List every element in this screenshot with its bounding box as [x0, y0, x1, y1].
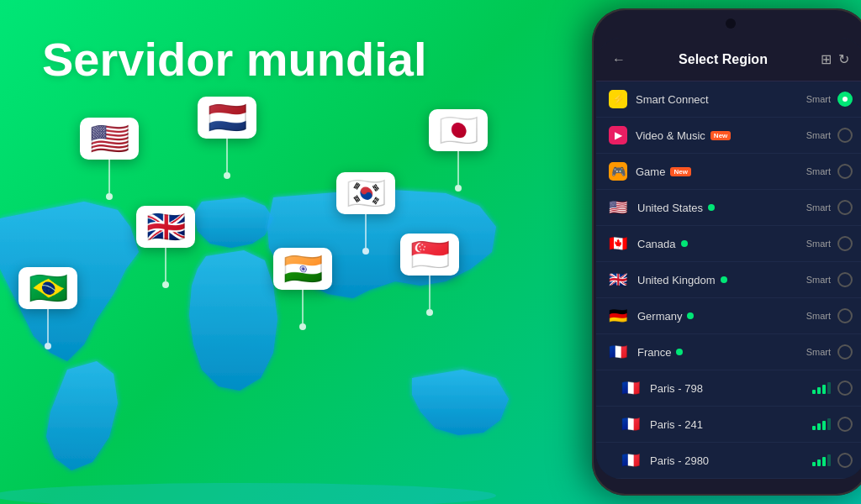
flag-pin-south-korea[interactable]: 🇰🇷 [336, 172, 395, 255]
paris-241-signal [812, 418, 831, 430]
canada-name: Canada [637, 238, 806, 250]
video-music-icon: ▶ [609, 126, 627, 144]
back-button[interactable]: ← [609, 49, 629, 71]
refresh-icon[interactable]: ↻ [835, 48, 853, 71]
game-name: Game New [636, 165, 806, 178]
us-badge: Smart [806, 202, 831, 213]
us-flag: 🇺🇸 [609, 198, 629, 217]
flag-icon-netherlands: 🇳🇱 [198, 97, 256, 139]
phone-device: ← Select Region ⊞ ↻ ⚡ Smart Connect Smar… [558, 0, 861, 504]
list-item-canada[interactable]: 🇨🇦 Canada Smart [596, 226, 861, 262]
us-online-indicator [708, 204, 715, 211]
game-badge: Smart [806, 166, 831, 176]
paris-241-radio[interactable] [837, 417, 853, 432]
left-section: Servidor mundial [0, 0, 563, 504]
paris-798-flag: 🇫🇷 [621, 379, 642, 397]
germany-badge: Smart [806, 311, 831, 321]
germany-online-indicator [687, 312, 694, 319]
france-name: France [637, 346, 806, 359]
flag-pin-india[interactable]: 🇮🇳 [273, 248, 332, 330]
canada-badge: Smart [806, 239, 831, 249]
flag-pin-singapore[interactable]: 🇸🇬 [400, 234, 459, 316]
video-music-radio[interactable] [837, 128, 853, 143]
france-badge: Smart [806, 347, 831, 357]
flag-icon-singapore: 🇸🇬 [400, 234, 459, 276]
list-item-paris-2980[interactable]: 🇫🇷 Paris - 2980 [596, 443, 861, 479]
svg-point-0 [0, 483, 496, 504]
list-item-video-music[interactable]: ▶ Video & Music New Smart [596, 118, 861, 154]
phone-notch [726, 18, 736, 29]
flag-pin-brazil[interactable]: 🇧🇷 [18, 267, 77, 349]
paris-2980-signal [812, 454, 831, 466]
uk-online-indicator [721, 276, 727, 283]
flag-pin-usa[interactable]: 🇺🇸 [80, 118, 139, 200]
flag-icon-usa: 🇺🇸 [80, 118, 139, 160]
flag-pin-netherlands[interactable]: 🇳🇱 [198, 97, 256, 179]
list-item-france[interactable]: 🇫🇷 France Smart [596, 334, 861, 370]
paris-798-name: Paris - 798 [650, 382, 812, 395]
list-item-paris-241[interactable]: 🇫🇷 Paris - 241 [596, 407, 861, 443]
france-online-indicator [676, 349, 683, 355]
list-item-germany[interactable]: 🇩🇪 Germany Smart [596, 298, 861, 334]
list-item-uk[interactable]: 🇬🇧 United Kingdom Smart [596, 262, 861, 298]
video-music-name: Video & Music New [636, 129, 806, 142]
game-radio[interactable] [837, 164, 853, 179]
flag-icon-south-korea: 🇰🇷 [336, 172, 395, 214]
list-item-paris-798[interactable]: 🇫🇷 Paris - 798 [596, 370, 861, 407]
flag-pin-japan[interactable]: 🇯🇵 [429, 109, 488, 192]
germany-flag: 🇩🇪 [609, 307, 629, 325]
paris-798-radio[interactable] [837, 381, 853, 396]
server-list: ⚡ Smart Connect Smart ▶ Video & Music Ne… [596, 81, 861, 479]
us-name: United States [637, 202, 806, 214]
list-item-game[interactable]: 🎮 Game New Smart [596, 154, 861, 190]
smart-connect-badge: Smart [806, 94, 831, 104]
uk-name: United Kingdom [637, 274, 806, 286]
new-badge: New [710, 131, 731, 140]
flag-icon-india: 🇮🇳 [273, 248, 332, 290]
flag-icon-japan: 🇯🇵 [429, 109, 488, 151]
canada-flag: 🇨🇦 [609, 234, 629, 253]
page-title: Servidor mundial [42, 34, 426, 86]
app-header: ← Select Region ⊞ ↻ [596, 38, 861, 81]
game-new-badge: New [670, 167, 690, 176]
france-flag: 🇫🇷 [609, 343, 629, 361]
video-music-badge: Smart [806, 130, 831, 140]
us-radio[interactable] [837, 200, 853, 215]
paris-2980-radio[interactable] [837, 453, 853, 468]
paris-2980-name: Paris - 2980 [650, 454, 812, 467]
smart-connect-radio[interactable] [837, 92, 853, 107]
flag-icon-uk: 🇬🇧 [136, 206, 195, 248]
smart-connect-icon: ⚡ [609, 90, 627, 108]
paris-241-name: Paris - 241 [650, 418, 812, 431]
game-icon: 🎮 [609, 162, 627, 181]
germany-radio[interactable] [837, 308, 853, 323]
uk-flag: 🇬🇧 [609, 270, 629, 289]
list-item-smart-connect[interactable]: ⚡ Smart Connect Smart [596, 81, 861, 118]
flag-pin-uk[interactable]: 🇬🇧 [136, 206, 195, 288]
uk-badge: Smart [806, 275, 831, 285]
france-radio[interactable] [837, 344, 853, 360]
canada-online-indicator [681, 240, 688, 247]
bookmark-icon[interactable]: ⊞ [817, 48, 835, 71]
uk-radio[interactable] [837, 272, 853, 287]
flag-icon-brazil: 🇧🇷 [18, 267, 77, 309]
header-title: Select Region [629, 52, 817, 67]
phone-body: ← Select Region ⊞ ↻ ⚡ Smart Connect Smar… [592, 8, 861, 496]
phone-screen: ← Select Region ⊞ ↻ ⚡ Smart Connect Smar… [596, 38, 861, 479]
paris-241-flag: 🇫🇷 [621, 415, 642, 433]
paris-798-signal [812, 382, 831, 394]
smart-connect-name: Smart Connect [636, 93, 806, 106]
germany-name: Germany [637, 310, 806, 323]
paris-2980-flag: 🇫🇷 [621, 451, 642, 470]
canada-radio[interactable] [837, 236, 853, 251]
list-item-us[interactable]: 🇺🇸 United States Smart [596, 190, 861, 226]
